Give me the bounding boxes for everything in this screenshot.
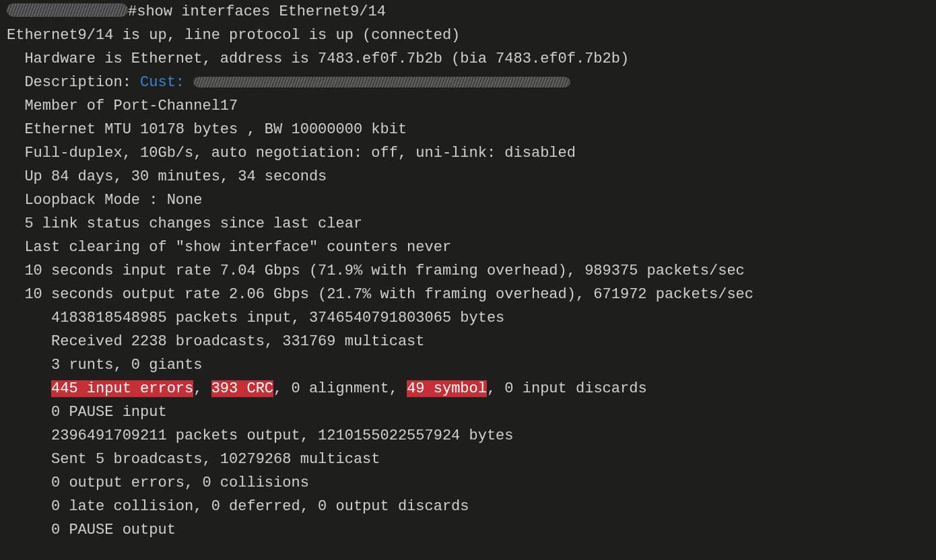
redacted-hostname xyxy=(7,3,128,17)
symbol-errors: 49 symbol xyxy=(407,380,487,397)
input-rate-line: 10 seconds input rate 7.04 Gbps (71.9% w… xyxy=(24,262,744,279)
terminal-output: #show interfaces Ethernet9/14 Ethernet9/… xyxy=(0,0,936,542)
link-changes-line: 5 link status changes since last clear xyxy=(24,215,362,232)
last-clear-line: Last clearing of "show interface" counte… xyxy=(24,239,451,256)
member-line: Member of Port-Channel17 xyxy=(24,98,238,114)
command-line: #show interfaces Ethernet9/14 xyxy=(128,3,386,20)
output-errors-line: 0 output errors, 0 collisions xyxy=(51,475,309,491)
interface-status: Ethernet9/14 is up, line protocol is up … xyxy=(7,27,460,44)
redacted-description xyxy=(193,77,570,88)
pause-output-line: 0 PAUSE output xyxy=(51,522,176,538)
runts-line: 3 runts, 0 giants xyxy=(51,357,202,374)
output-rate-line: 10 seconds output rate 2.06 Gbps (21.7% … xyxy=(24,286,754,303)
uptime-line: Up 84 days, 30 minutes, 34 seconds xyxy=(24,168,327,185)
loopback-line: Loopback Mode : None xyxy=(24,192,202,209)
pause-input-line: 0 PAUSE input xyxy=(51,404,167,421)
input-errors: 445 input errors xyxy=(51,380,193,397)
alignment-errors: 0 alignment xyxy=(291,380,389,397)
desc-label: Description: xyxy=(24,74,140,91)
broadcasts-out-line: Sent 5 broadcasts, 10279268 multicast xyxy=(51,451,380,468)
late-collision-line: 0 late collision, 0 deferred, 0 output d… xyxy=(51,498,469,515)
broadcasts-in-line: Received 2238 broadcasts, 331769 multica… xyxy=(51,333,425,350)
hardware-line: Hardware is Ethernet, address is 7483.ef… xyxy=(24,50,629,67)
desc-cust: Cust: xyxy=(140,74,185,91)
packets-output-line: 2396491709211 packets output, 1210155022… xyxy=(51,427,514,444)
input-discards: 0 input discards xyxy=(504,380,646,397)
mtu-line: Ethernet MTU 10178 bytes , BW 10000000 k… xyxy=(24,121,407,138)
duplex-line: Full-duplex, 10Gb/s, auto negotiation: o… xyxy=(24,145,576,162)
crc-errors: 393 CRC xyxy=(211,380,273,397)
packets-input-line: 4183818548985 packets input, 37465407918… xyxy=(51,310,504,326)
